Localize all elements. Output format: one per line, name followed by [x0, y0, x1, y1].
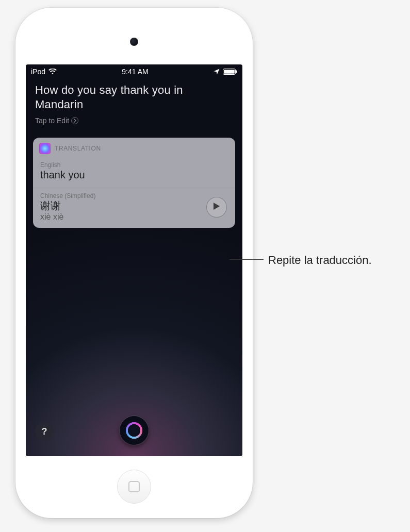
play-icon	[213, 202, 220, 212]
translation-card: TRANSLATION English thank you Chinese (S…	[33, 138, 235, 228]
siri-orb-button[interactable]	[120, 416, 149, 445]
target-language-label: Chinese (Simplified)	[40, 192, 95, 200]
source-language-label: English	[40, 161, 228, 169]
ipod-device-frame: iPod 9:41 AM	[15, 8, 253, 518]
translated-text: 谢谢	[40, 200, 95, 212]
location-icon	[214, 69, 220, 75]
carrier-label: iPod	[31, 68, 45, 76]
siri-wave-icon	[124, 420, 144, 440]
status-bar: iPod 9:41 AM	[26, 64, 242, 76]
siri-help-button[interactable]: ?	[35, 422, 54, 441]
tap-to-edit[interactable]: Tap to Edit	[35, 117, 78, 125]
siri-app-icon	[39, 143, 51, 154]
play-translation-button[interactable]	[206, 197, 227, 218]
svg-rect-2	[236, 71, 237, 73]
tap-to-edit-label: Tap to Edit	[35, 117, 69, 125]
clock: 9:41 AM	[122, 68, 148, 76]
siri-screen: iPod 9:41 AM	[26, 64, 242, 456]
chevron-right-icon	[71, 117, 78, 124]
siri-query-text: How do you say thank you in Mandarin	[35, 83, 233, 111]
front-camera	[130, 38, 138, 46]
home-button	[117, 470, 151, 504]
source-text: thank you	[40, 169, 228, 181]
callout-label: Repite la traducción.	[268, 254, 372, 267]
romanization-text: xiè xiè	[40, 212, 95, 222]
wifi-icon	[48, 69, 57, 75]
callout-leader-line	[229, 259, 264, 260]
card-title: TRANSLATION	[55, 145, 101, 152]
battery-icon	[223, 69, 237, 75]
question-mark-icon: ?	[42, 426, 47, 437]
svg-rect-1	[224, 70, 235, 74]
